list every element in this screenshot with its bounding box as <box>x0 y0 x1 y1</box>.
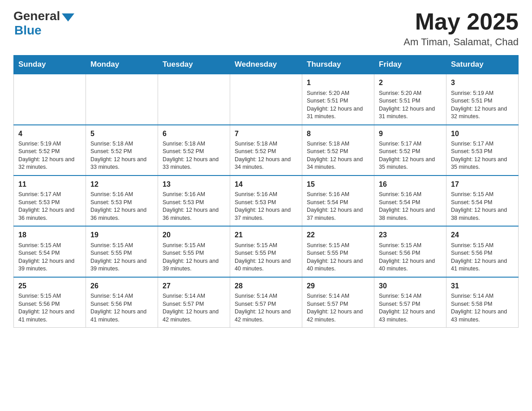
day-cell: 16Sunrise: 5:16 AM Sunset: 5:54 PM Dayli… <box>374 176 446 226</box>
header-cell-friday: Friday <box>374 56 446 74</box>
day-number: 14 <box>235 180 297 189</box>
week-row-5: 25Sunrise: 5:15 AM Sunset: 5:56 PM Dayli… <box>14 277 519 328</box>
day-number: 13 <box>163 180 225 189</box>
day-number: 29 <box>307 281 369 291</box>
day-number: 21 <box>235 230 297 240</box>
day-cell: 20Sunrise: 5:15 AM Sunset: 5:55 PM Dayli… <box>158 226 230 277</box>
day-cell: 10Sunrise: 5:17 AM Sunset: 5:53 PM Dayli… <box>446 125 519 176</box>
day-number: 12 <box>90 180 153 189</box>
calendar-body: 1Sunrise: 5:20 AM Sunset: 5:51 PM Daylig… <box>14 74 519 327</box>
day-info: Sunrise: 5:15 AM Sunset: 5:55 PM Dayligh… <box>307 242 369 273</box>
day-number: 28 <box>235 281 297 291</box>
day-cell: 22Sunrise: 5:15 AM Sunset: 5:55 PM Dayli… <box>302 226 374 277</box>
day-cell <box>86 74 158 124</box>
day-cell: 7Sunrise: 5:18 AM Sunset: 5:52 PM Daylig… <box>230 125 302 176</box>
header-cell-sunday: Sunday <box>14 56 86 74</box>
day-info: Sunrise: 5:15 AM Sunset: 5:55 PM Dayligh… <box>163 242 225 273</box>
title-section: May 2025 Am Timan, Salamat, Chad <box>403 9 519 48</box>
day-cell: 28Sunrise: 5:14 AM Sunset: 5:57 PM Dayli… <box>230 277 302 328</box>
day-info: Sunrise: 5:20 AM Sunset: 5:51 PM Dayligh… <box>307 90 369 121</box>
day-cell: 18Sunrise: 5:15 AM Sunset: 5:54 PM Dayli… <box>14 226 86 277</box>
logo-blue-text: Blue <box>14 23 42 38</box>
calendar-header: SundayMondayTuesdayWednesdayThursdayFrid… <box>14 56 519 74</box>
day-number: 22 <box>307 230 369 240</box>
logo-arrow-icon <box>62 13 74 21</box>
day-info: Sunrise: 5:19 AM Sunset: 5:51 PM Dayligh… <box>451 90 514 121</box>
week-row-3: 11Sunrise: 5:17 AM Sunset: 5:53 PM Dayli… <box>14 176 519 226</box>
day-cell: 15Sunrise: 5:16 AM Sunset: 5:54 PM Dayli… <box>302 176 374 226</box>
day-info: Sunrise: 5:14 AM Sunset: 5:56 PM Dayligh… <box>90 292 153 324</box>
day-info: Sunrise: 5:16 AM Sunset: 5:54 PM Dayligh… <box>379 191 442 222</box>
day-cell: 26Sunrise: 5:14 AM Sunset: 5:56 PM Dayli… <box>86 277 158 328</box>
day-number: 1 <box>307 78 369 88</box>
day-number: 3 <box>451 78 514 88</box>
day-info: Sunrise: 5:17 AM Sunset: 5:52 PM Dayligh… <box>379 140 442 171</box>
header-cell-wednesday: Wednesday <box>230 56 302 74</box>
day-info: Sunrise: 5:16 AM Sunset: 5:53 PM Dayligh… <box>235 191 297 222</box>
day-number: 25 <box>18 281 81 291</box>
header-cell-thursday: Thursday <box>302 56 374 74</box>
day-cell: 9Sunrise: 5:17 AM Sunset: 5:52 PM Daylig… <box>374 125 446 176</box>
day-cell: 24Sunrise: 5:15 AM Sunset: 5:56 PM Dayli… <box>446 226 519 277</box>
day-cell <box>14 74 86 124</box>
day-number: 18 <box>18 230 81 240</box>
day-cell <box>158 74 230 124</box>
day-number: 6 <box>163 129 225 139</box>
header-cell-saturday: Saturday <box>446 56 519 74</box>
day-cell: 29Sunrise: 5:14 AM Sunset: 5:57 PM Dayli… <box>302 277 374 328</box>
day-number: 24 <box>451 230 514 240</box>
week-row-4: 18Sunrise: 5:15 AM Sunset: 5:54 PM Dayli… <box>14 226 519 277</box>
day-info: Sunrise: 5:18 AM Sunset: 5:52 PM Dayligh… <box>307 140 369 171</box>
day-number: 5 <box>90 129 153 139</box>
day-number: 30 <box>379 281 442 291</box>
page-header: General Blue May 2025 Am Timan, Salamat,… <box>13 9 519 48</box>
day-cell: 19Sunrise: 5:15 AM Sunset: 5:55 PM Dayli… <box>86 226 158 277</box>
calendar-table: SundayMondayTuesdayWednesdayThursdayFrid… <box>13 55 519 328</box>
day-number: 19 <box>90 230 153 240</box>
day-number: 20 <box>163 230 225 240</box>
day-info: Sunrise: 5:16 AM Sunset: 5:54 PM Dayligh… <box>307 191 369 222</box>
day-info: Sunrise: 5:15 AM Sunset: 5:56 PM Dayligh… <box>18 292 81 324</box>
day-number: 15 <box>307 180 369 189</box>
day-number: 4 <box>18 129 81 139</box>
day-info: Sunrise: 5:16 AM Sunset: 5:53 PM Dayligh… <box>163 191 225 222</box>
day-cell: 21Sunrise: 5:15 AM Sunset: 5:55 PM Dayli… <box>230 226 302 277</box>
month-year-title: May 2025 <box>403 9 519 34</box>
day-number: 17 <box>451 180 514 189</box>
day-info: Sunrise: 5:18 AM Sunset: 5:52 PM Dayligh… <box>163 140 225 171</box>
day-info: Sunrise: 5:14 AM Sunset: 5:57 PM Dayligh… <box>163 292 225 324</box>
day-cell: 4Sunrise: 5:19 AM Sunset: 5:52 PM Daylig… <box>14 125 86 176</box>
logo: General Blue <box>13 9 74 38</box>
day-cell: 2Sunrise: 5:20 AM Sunset: 5:51 PM Daylig… <box>374 74 446 124</box>
day-info: Sunrise: 5:15 AM Sunset: 5:56 PM Dayligh… <box>451 242 514 273</box>
day-info: Sunrise: 5:14 AM Sunset: 5:58 PM Dayligh… <box>451 292 514 324</box>
day-cell: 12Sunrise: 5:16 AM Sunset: 5:53 PM Dayli… <box>86 176 158 226</box>
day-cell: 17Sunrise: 5:15 AM Sunset: 5:54 PM Dayli… <box>446 176 519 226</box>
logo-top: General <box>13 9 74 23</box>
day-number: 9 <box>379 129 442 139</box>
day-cell: 1Sunrise: 5:20 AM Sunset: 5:51 PM Daylig… <box>302 74 374 124</box>
day-info: Sunrise: 5:14 AM Sunset: 5:57 PM Dayligh… <box>379 292 442 324</box>
day-info: Sunrise: 5:14 AM Sunset: 5:57 PM Dayligh… <box>307 292 369 324</box>
day-info: Sunrise: 5:20 AM Sunset: 5:51 PM Dayligh… <box>379 90 442 121</box>
day-number: 2 <box>379 78 442 88</box>
week-row-1: 1Sunrise: 5:20 AM Sunset: 5:51 PM Daylig… <box>14 74 519 124</box>
header-cell-tuesday: Tuesday <box>158 56 230 74</box>
day-number: 7 <box>235 129 297 139</box>
day-info: Sunrise: 5:15 AM Sunset: 5:54 PM Dayligh… <box>18 242 81 273</box>
day-info: Sunrise: 5:16 AM Sunset: 5:53 PM Dayligh… <box>90 191 153 222</box>
logo-general-text: General <box>13 9 60 23</box>
day-number: 8 <box>307 129 369 139</box>
day-info: Sunrise: 5:15 AM Sunset: 5:54 PM Dayligh… <box>451 191 514 222</box>
day-info: Sunrise: 5:17 AM Sunset: 5:53 PM Dayligh… <box>451 140 514 171</box>
day-number: 23 <box>379 230 442 240</box>
day-cell: 27Sunrise: 5:14 AM Sunset: 5:57 PM Dayli… <box>158 277 230 328</box>
day-cell: 3Sunrise: 5:19 AM Sunset: 5:51 PM Daylig… <box>446 74 519 124</box>
day-cell: 23Sunrise: 5:15 AM Sunset: 5:56 PM Dayli… <box>374 226 446 277</box>
day-cell: 8Sunrise: 5:18 AM Sunset: 5:52 PM Daylig… <box>302 125 374 176</box>
day-info: Sunrise: 5:14 AM Sunset: 5:57 PM Dayligh… <box>235 292 297 324</box>
day-cell: 25Sunrise: 5:15 AM Sunset: 5:56 PM Dayli… <box>14 277 86 328</box>
day-cell: 30Sunrise: 5:14 AM Sunset: 5:57 PM Dayli… <box>374 277 446 328</box>
day-number: 10 <box>451 129 514 139</box>
header-row: SundayMondayTuesdayWednesdayThursdayFrid… <box>14 56 519 74</box>
